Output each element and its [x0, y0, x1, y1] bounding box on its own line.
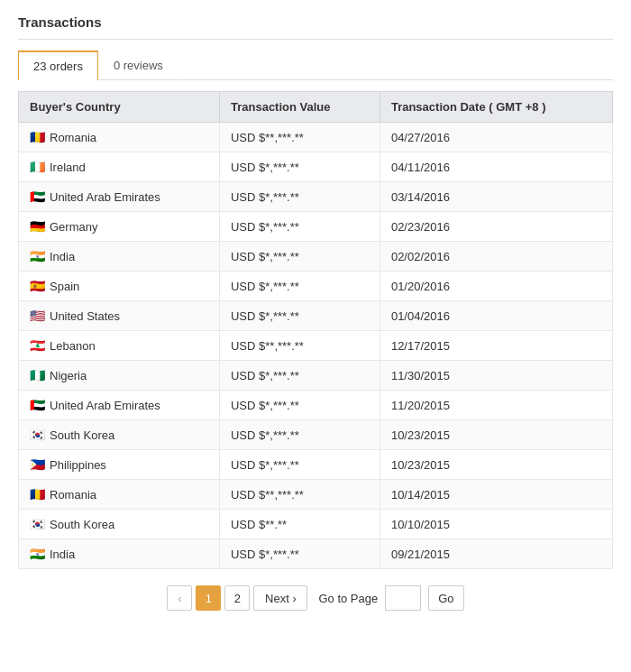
flag-icon: 🇰🇷: [30, 517, 45, 531]
table-header-row: Buyer's Country Transaction Value Transa…: [19, 92, 613, 123]
cell-value: USD $**,***.**: [219, 123, 380, 152]
table-row: 🇮🇪IrelandUSD $*,***.**04/11/2016: [19, 152, 613, 182]
cell-date: 11/20/2015: [380, 391, 612, 420]
table-row: 🇱🇧LebanonUSD $**,***.**12/17/2015: [19, 331, 613, 361]
cell-country: 🇩🇪Germany: [19, 212, 220, 242]
cell-date: 10/23/2015: [380, 450, 612, 480]
table-row: 🇪🇸SpainUSD $*,***.**01/20/2016: [19, 272, 613, 301]
cell-value: USD $*,***.**: [219, 242, 380, 272]
flag-icon: 🇮🇪: [30, 160, 45, 174]
cell-country: 🇵🇭Philippines: [19, 450, 220, 480]
page-2-button[interactable]: 2: [224, 585, 250, 611]
cell-date: 04/27/2016: [380, 123, 612, 152]
table-row: 🇦🇪United Arab EmiratesUSD $*,***.**11/20…: [19, 391, 613, 420]
table-row: 🇷🇴RomaniaUSD $**,***.**10/14/2015: [19, 480, 613, 510]
cell-country: 🇰🇷South Korea: [19, 510, 220, 539]
flag-icon: 🇦🇪: [30, 398, 45, 412]
table-row: 🇮🇳IndiaUSD $*,***.**09/21/2015: [19, 539, 613, 569]
cell-country: 🇷🇴Romania: [19, 123, 220, 152]
table-row: 🇰🇷South KoreaUSD $**.**10/10/2015: [19, 510, 613, 539]
flag-icon: 🇦🇪: [30, 189, 45, 204]
cell-date: 10/23/2015: [380, 420, 612, 450]
cell-country: 🇷🇴Romania: [19, 480, 220, 510]
cell-value: USD $**,***.**: [219, 480, 380, 510]
cell-date: 10/14/2015: [380, 480, 612, 510]
cell-value: USD $*,***.**: [219, 420, 380, 450]
flag-icon: 🇷🇴: [30, 130, 45, 144]
cell-country: 🇦🇪United Arab Emirates: [19, 391, 220, 420]
tab-orders[interactable]: 23 orders: [18, 51, 98, 80]
cell-value: USD $*,***.**: [219, 272, 380, 301]
cell-date: 01/20/2016: [380, 272, 612, 301]
cell-value: USD $*,***.**: [219, 539, 380, 569]
table-row: 🇷🇴RomaniaUSD $**,***.**04/27/2016: [19, 123, 613, 152]
flag-icon: 🇳🇬: [30, 368, 45, 382]
col-header-value: Transaction Value: [219, 92, 380, 123]
table-row: 🇺🇸United StatesUSD $*,***.**01/04/2016: [19, 301, 613, 331]
page-title: Transactions: [18, 14, 613, 40]
cell-country: 🇰🇷South Korea: [19, 420, 220, 450]
pagination: ‹ 1 2 Next › Go to Page Go: [18, 585, 613, 611]
cell-value: USD $**,***.**: [219, 331, 380, 361]
table-body: 🇷🇴RomaniaUSD $**,***.**04/27/2016🇮🇪Irela…: [19, 123, 613, 569]
cell-country: 🇱🇧Lebanon: [19, 331, 220, 361]
cell-date: 12/17/2015: [380, 331, 612, 361]
flag-icon: 🇮🇳: [30, 249, 45, 263]
cell-country: 🇦🇪United Arab Emirates: [19, 182, 220, 212]
transactions-table-container: Buyer's Country Transaction Value Transa…: [18, 91, 613, 569]
table-row: 🇰🇷South KoreaUSD $*,***.**10/23/2015: [19, 420, 613, 450]
cell-value: USD $*,***.**: [219, 391, 380, 420]
flag-icon: 🇵🇭: [30, 457, 45, 472]
go-to-page-input[interactable]: [385, 585, 421, 611]
tabs-container: 23 orders 0 reviews: [18, 51, 613, 80]
go-button[interactable]: Go: [428, 585, 463, 611]
cell-value: USD $*,***.**: [219, 361, 380, 391]
cell-country: 🇺🇸United States: [19, 301, 220, 331]
cell-date: 09/21/2015: [380, 539, 612, 569]
cell-value: USD $*,***.**: [219, 301, 380, 331]
next-page-button[interactable]: Next ›: [253, 585, 307, 611]
prev-page-button[interactable]: ‹: [167, 585, 192, 611]
tab-reviews[interactable]: 0 reviews: [98, 51, 178, 80]
flag-icon: 🇩🇪: [30, 219, 45, 234]
table-row: 🇮🇳IndiaUSD $*,***.**02/02/2016: [19, 242, 613, 272]
transactions-table: Buyer's Country Transaction Value Transa…: [18, 91, 613, 569]
table-row: 🇳🇬NigeriaUSD $*,***.**11/30/2015: [19, 361, 613, 391]
col-header-country: Buyer's Country: [19, 92, 220, 123]
cell-value: USD $*,***.**: [219, 152, 380, 182]
go-to-page-label: Go to Page: [318, 592, 378, 605]
cell-date: 02/23/2016: [380, 212, 612, 242]
flag-icon: 🇺🇸: [30, 308, 45, 323]
cell-value: USD $*,***.**: [219, 212, 380, 242]
cell-date: 02/02/2016: [380, 242, 612, 272]
cell-date: 10/10/2015: [380, 510, 612, 539]
flag-icon: 🇱🇧: [30, 338, 45, 353]
cell-country: 🇮🇳India: [19, 539, 220, 569]
cell-value: USD $*,***.**: [219, 450, 380, 480]
flag-icon: 🇰🇷: [30, 428, 45, 442]
col-header-date: Transaction Date ( GMT +8 ): [380, 92, 612, 123]
cell-date: 11/30/2015: [380, 361, 612, 391]
cell-value: USD $**.**: [219, 510, 380, 539]
cell-country: 🇮🇪Ireland: [19, 152, 220, 182]
cell-country: 🇪🇸Spain: [19, 272, 220, 301]
table-row: 🇩🇪GermanyUSD $*,***.**02/23/2016: [19, 212, 613, 242]
flag-icon: 🇪🇸: [30, 279, 45, 293]
transactions-page: Transactions 23 orders 0 reviews Buyer's…: [0, 0, 631, 625]
cell-country: 🇳🇬Nigeria: [19, 361, 220, 391]
page-1-button[interactable]: 1: [196, 585, 221, 611]
cell-date: 03/14/2016: [380, 182, 612, 212]
cell-value: USD $*,***.**: [219, 182, 380, 212]
cell-date: 01/04/2016: [380, 301, 612, 331]
table-row: 🇦🇪United Arab EmiratesUSD $*,***.**03/14…: [19, 182, 613, 212]
cell-country: 🇮🇳India: [19, 242, 220, 272]
flag-icon: 🇮🇳: [30, 547, 45, 561]
table-row: 🇵🇭PhilippinesUSD $*,***.**10/23/2015: [19, 450, 613, 480]
cell-date: 04/11/2016: [380, 152, 612, 182]
flag-icon: 🇷🇴: [30, 487, 45, 502]
